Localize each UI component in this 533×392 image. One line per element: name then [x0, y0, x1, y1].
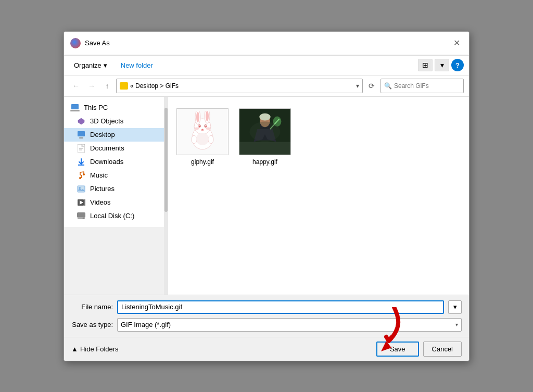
- filetype-dropdown[interactable]: GIF Image (*.gif) ▾: [117, 318, 462, 332]
- sidebar-label-thispc: This PC: [84, 104, 108, 111]
- svg-point-22: [196, 112, 199, 122]
- svg-point-39: [259, 113, 271, 120]
- search-input[interactable]: [394, 82, 460, 90]
- save-as-dialog: Save As ✕ Organize ▾ New folder ⊞ ▾ ? ← …: [64, 31, 469, 361]
- help-button[interactable]: ?: [451, 59, 464, 71]
- file-area: giphy.gif: [168, 97, 469, 295]
- filetype-label: Save as type:: [71, 321, 113, 328]
- sidebar-label-localdisk: Local Disk (C:): [90, 212, 134, 220]
- sidebar-scrollbar[interactable]: [164, 97, 168, 295]
- svg-point-9: [79, 177, 81, 179]
- svg-marker-2: [78, 118, 84, 124]
- file-item-happy[interactable]: happy.gif: [239, 105, 291, 169]
- bottom-bar: File name: ▾ Save as type: GIF Image (*.…: [64, 295, 469, 337]
- svg-point-29: [201, 129, 204, 130]
- svg-point-31: [208, 135, 213, 144]
- content-area: This PC 3D Objects Desktop: [64, 97, 469, 295]
- svg-rect-36: [239, 142, 290, 155]
- filetype-value: GIF Image (*.gif): [121, 321, 171, 328]
- svg-rect-0: [71, 104, 79, 109]
- filename-dropdown[interactable]: ▾: [448, 300, 462, 314]
- folder-icon: [120, 82, 128, 90]
- svg-point-42: [250, 121, 281, 142]
- filename-input[interactable]: [117, 300, 444, 314]
- search-bar: 🔍: [380, 79, 464, 93]
- up-button[interactable]: ↑: [100, 79, 114, 93]
- file-thumbnail-giphy: [176, 108, 229, 155]
- organize-arrow: ▾: [104, 61, 107, 69]
- sidebar-label-desktop: Desktop: [90, 131, 115, 138]
- sidebar-label-documents: Documents: [90, 144, 124, 152]
- refresh-button[interactable]: ⟳: [365, 79, 378, 93]
- pictures-icon: [77, 185, 86, 193]
- view-button[interactable]: ⊞: [418, 59, 433, 71]
- sidebar: This PC 3D Objects Desktop: [64, 97, 168, 295]
- thispc-icon: [70, 104, 80, 112]
- footer-bar: ▲ Hide Folders Save Cancel: [64, 337, 469, 361]
- localdisk-icon: [77, 212, 86, 220]
- svg-point-28: [205, 125, 206, 127]
- forward-button[interactable]: →: [85, 79, 98, 93]
- svg-point-32: [196, 133, 209, 145]
- svg-rect-1: [70, 110, 80, 111]
- cancel-button[interactable]: Cancel: [423, 342, 462, 357]
- filetype-arrow: ▾: [455, 322, 458, 327]
- new-folder-button[interactable]: New folder: [116, 59, 158, 72]
- sidebar-item-music[interactable]: Music: [64, 169, 168, 182]
- music-icon: [77, 171, 86, 180]
- sidebar-item-3dobjects[interactable]: 3D Objects: [64, 115, 168, 128]
- hide-folders-arrow: ▲: [71, 345, 78, 353]
- svg-rect-15: [84, 199, 85, 206]
- search-icon: 🔍: [384, 82, 392, 90]
- sidebar-label-pictures: Pictures: [90, 185, 115, 193]
- hide-folders-label: Hide Folders: [80, 345, 119, 353]
- sidebar-item-pictures[interactable]: Pictures: [64, 182, 168, 196]
- filename-row: File name: ▾: [71, 300, 462, 314]
- svg-rect-3: [78, 131, 85, 136]
- sidebar-label-3dobjects: 3D Objects: [90, 117, 123, 125]
- back-button[interactable]: ←: [69, 79, 83, 93]
- sidebar-label-videos: Videos: [90, 198, 111, 206]
- address-bar[interactable]: « Desktop > GiFs ▾: [116, 79, 363, 93]
- videos-icon: [77, 198, 86, 207]
- svg-point-10: [83, 173, 85, 175]
- organize-label: Organize: [74, 61, 101, 69]
- hide-folders-button[interactable]: ▲ Hide Folders: [71, 345, 119, 353]
- sidebar-item-downloads[interactable]: Downloads: [64, 155, 168, 169]
- svg-point-27: [199, 125, 200, 127]
- desktop-icon: [77, 131, 86, 139]
- sidebar-item-documents[interactable]: Documents: [64, 142, 168, 155]
- sidebar-item-thispc[interactable]: This PC: [64, 101, 168, 115]
- toolbar: ← → ↑ « Desktop > GiFs ▾ ⟳ 🔍: [64, 75, 469, 97]
- app-icon: [70, 38, 81, 48]
- 3dobjects-icon: [77, 117, 86, 125]
- close-button[interactable]: ✕: [450, 37, 463, 49]
- file-item-giphy[interactable]: giphy.gif: [176, 105, 229, 169]
- file-name-happy: happy.gif: [252, 158, 277, 166]
- documents-icon: [77, 144, 86, 153]
- svg-point-24: [206, 111, 209, 121]
- svg-point-18: [83, 217, 84, 219]
- sidebar-item-desktop[interactable]: Desktop: [64, 128, 168, 142]
- sidebar-item-videos[interactable]: Videos: [64, 196, 168, 209]
- filetype-row: Save as type: GIF Image (*.gif) ▾: [71, 318, 462, 332]
- save-button[interactable]: Save: [376, 342, 419, 357]
- organize-button[interactable]: Organize ▾: [69, 59, 112, 72]
- address-path: « Desktop > GiFs: [130, 82, 354, 90]
- title-bar: Save As ✕: [64, 32, 469, 55]
- sidebar-item-localdisk[interactable]: Local Disk (C:): [64, 209, 168, 223]
- dialog-title: Save As: [85, 39, 110, 47]
- file-thumbnail-happy: [239, 108, 291, 155]
- svg-rect-16: [77, 212, 85, 218]
- sidebar-label-downloads: Downloads: [90, 158, 123, 166]
- sidebar-label-music: Music: [90, 171, 108, 179]
- svg-point-33: [195, 127, 199, 130]
- svg-point-30: [192, 135, 197, 144]
- svg-rect-4: [79, 137, 83, 138]
- address-dropdown-arrow[interactable]: ▾: [356, 82, 359, 90]
- file-name-giphy: giphy.gif: [191, 158, 214, 166]
- view-dropdown-button[interactable]: ▾: [435, 59, 449, 71]
- svg-point-34: [206, 127, 210, 130]
- svg-rect-11: [78, 186, 85, 192]
- filename-label: File name:: [71, 303, 113, 311]
